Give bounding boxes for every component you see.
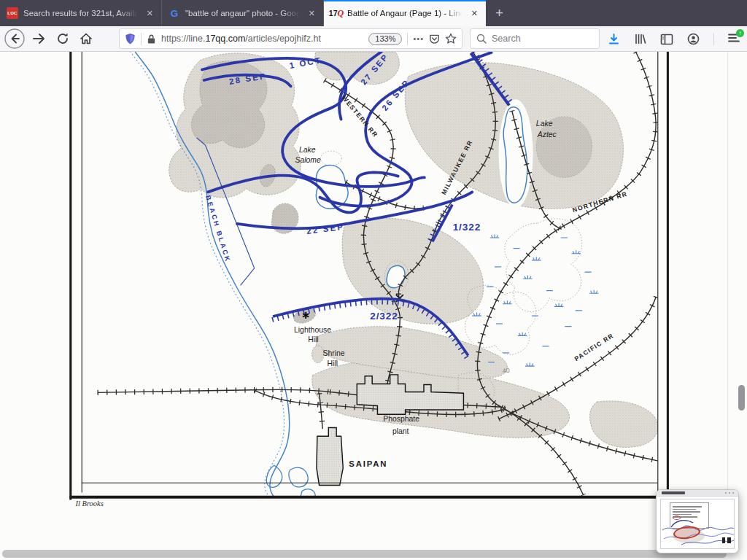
- tab-title: Search results for 321st, Availab: [23, 9, 140, 18]
- lake-aztec-label2: Aztec: [537, 131, 557, 139]
- lake-salome-label: Lake: [299, 146, 316, 154]
- search-icon: [476, 34, 487, 44]
- bookmark-star-icon[interactable]: [445, 33, 457, 44]
- loc-favicon-icon: LOC: [7, 7, 18, 19]
- url-text: https://line.17qq.com/articles/epojhifz.…: [161, 34, 363, 44]
- lake-salome-label2: Salome: [295, 156, 321, 164]
- vertical-scrollbar-thumb[interactable]: [738, 385, 745, 411]
- update-badge-icon: ↑: [736, 29, 744, 37]
- page-actions-icon[interactable]: •••: [413, 34, 424, 43]
- map-signature: Il Brooks: [75, 499, 104, 508]
- map-preview-thumbnail[interactable]: [656, 489, 739, 553]
- shrine-hill-label2: Hill: [327, 359, 337, 368]
- tab-google-search[interactable]: G "battle of angaur" photo - Goog ✕: [162, 0, 324, 26]
- phosphate-plant-label2: plant: [392, 427, 409, 435]
- library-icon[interactable]: [634, 33, 646, 45]
- navigation-toolbar: https://line.17qq.com/articles/epojhifz.…: [0, 26, 747, 52]
- phosphate-plant-label: Phosphate: [383, 415, 419, 423]
- tab-battle-of-angaur[interactable]: 17Q Battle of Angaur (Page 1) - Line ✕: [324, 0, 486, 26]
- close-icon[interactable]: ✕: [307, 7, 317, 20]
- close-icon[interactable]: ✕: [470, 7, 479, 20]
- thumbnail-page: [660, 499, 735, 549]
- sidebar-toggle-icon[interactable]: [660, 34, 673, 45]
- close-icon[interactable]: ✕: [145, 7, 155, 20]
- thumbnail-title-block: [670, 502, 709, 529]
- battle-map: 40 ✱: [0, 52, 747, 560]
- horizontal-scrollbar-thumb[interactable]: [2, 550, 727, 558]
- search-bar[interactable]: Search: [470, 28, 600, 49]
- tab-loc-search[interactable]: LOC Search results for 321st, Availab ✕: [0, 0, 162, 26]
- divider: [407, 33, 408, 45]
- pocket-save-icon[interactable]: [429, 34, 440, 44]
- new-tab-button[interactable]: +: [486, 0, 513, 26]
- lake-aztec-label: Lake: [536, 120, 553, 128]
- search-placeholder: Search: [492, 34, 521, 44]
- unit-label-2-322: 2/322: [370, 311, 398, 322]
- tab-bar: LOC Search results for 321st, Availab ✕ …: [0, 0, 747, 26]
- contour-label: 40: [502, 367, 510, 375]
- page-content: 40 ✱: [0, 52, 747, 560]
- forward-button[interactable]: [31, 31, 47, 47]
- unit-label-1-322: 1/322: [453, 222, 481, 233]
- lighthouse-hill-label2: Hill: [308, 335, 318, 343]
- google-favicon-icon: G: [169, 7, 180, 19]
- reload-button[interactable]: [55, 31, 70, 46]
- lock-icon[interactable]: [147, 34, 156, 44]
- zoom-level-badge[interactable]: 133%: [368, 33, 402, 45]
- downloads-icon[interactable]: [608, 33, 620, 45]
- lighthouse-hill-label: Lighthouse: [294, 326, 331, 334]
- account-icon[interactable]: [687, 33, 700, 45]
- thumbnail-toolbar: [657, 490, 738, 497]
- url-bar[interactable]: https://line.17qq.com/articles/epojhifz.…: [119, 28, 462, 49]
- 17qq-favicon-icon: 17Q: [330, 7, 342, 19]
- menu-button[interactable]: ↑: [728, 33, 740, 46]
- shrine-hill-label: Shrine: [322, 349, 344, 357]
- saipan-label: SAIPAN: [349, 459, 387, 468]
- divider: [141, 33, 142, 45]
- divider: [713, 33, 714, 45]
- back-button[interactable]: [4, 28, 26, 50]
- tab-title: "battle of angaur" photo - Goog: [185, 9, 302, 18]
- tab-title: Battle of Angaur (Page 1) - Line: [347, 9, 465, 18]
- page-edge: [727, 52, 728, 550]
- tracking-protection-shield-icon[interactable]: [125, 33, 136, 45]
- lighthouse-star-icon: ✱: [302, 311, 310, 321]
- home-button[interactable]: [79, 31, 93, 46]
